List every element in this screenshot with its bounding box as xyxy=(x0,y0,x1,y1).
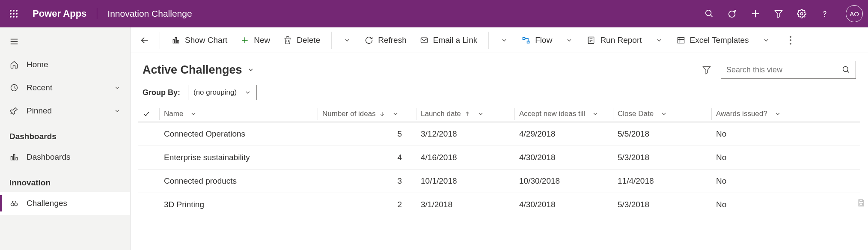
nav-pinned[interactable]: Pinned xyxy=(0,99,130,122)
cmd-flow[interactable]: Flow xyxy=(516,27,557,53)
col-accept-header[interactable]: Accept new ideas till xyxy=(519,110,609,118)
home-icon xyxy=(9,60,19,69)
cell-name: 3D Printing xyxy=(160,193,318,217)
nav-recent-label: Recent xyxy=(27,83,52,92)
col-close-header[interactable]: Close Date xyxy=(618,110,707,118)
brand-label[interactable]: Power Apps xyxy=(33,8,86,19)
excel-icon xyxy=(676,36,686,45)
svg-point-16 xyxy=(800,12,803,15)
cmd-flow-menu[interactable] xyxy=(560,27,579,53)
search-input[interactable] xyxy=(726,65,838,74)
svg-point-7 xyxy=(13,16,15,18)
cell-accept: 4/29/2018 xyxy=(515,122,613,146)
cmd-new[interactable]: New xyxy=(235,27,275,53)
target-icon[interactable] xyxy=(727,8,738,19)
svg-rect-24 xyxy=(16,158,17,160)
cmd-excel-templates[interactable]: Excel Templates xyxy=(671,27,754,53)
shell: Home Recent Pinned Dashboards Da xyxy=(0,27,868,250)
row-selector[interactable] xyxy=(138,170,160,193)
settings-icon[interactable] xyxy=(796,8,807,19)
clock-icon xyxy=(9,83,19,92)
cmd-run-report[interactable]: Run Report xyxy=(581,27,647,53)
cmd-delete-menu[interactable] xyxy=(338,27,357,53)
save-icon[interactable] xyxy=(857,199,865,207)
cmd-excel-templates-label: Excel Templates xyxy=(690,36,749,45)
nav-dashboards[interactable]: Dashboards xyxy=(0,146,130,169)
cell-name: Connected products xyxy=(160,170,318,193)
cmd-email-link[interactable]: Email a Link xyxy=(414,27,483,53)
appbar: Power Apps Innovation Challenge AO xyxy=(0,0,868,27)
cmd-show-chart[interactable]: Show Chart xyxy=(166,27,232,53)
col-launch-label: Launch date xyxy=(421,110,461,118)
cell-number: 4 xyxy=(318,146,416,170)
svg-rect-28 xyxy=(173,39,174,43)
dashboard-icon xyxy=(9,153,19,161)
help-icon[interactable] xyxy=(819,8,830,19)
svg-line-48 xyxy=(847,71,849,73)
svg-point-17 xyxy=(824,16,825,17)
trash-icon xyxy=(283,36,292,45)
col-awards-label: Awards issued? xyxy=(716,110,767,118)
cmd-show-chart-label: Show Chart xyxy=(185,36,227,45)
cmd-overflow[interactable] xyxy=(782,36,799,45)
col-accept-label: Accept new ideas till xyxy=(519,110,585,118)
svg-point-26 xyxy=(15,203,18,206)
nav-hamburger[interactable] xyxy=(0,30,130,53)
nav-home[interactable]: Home xyxy=(0,53,130,76)
nav-recent[interactable]: Recent xyxy=(0,76,130,99)
pin-icon xyxy=(9,107,19,115)
cell-close: 5/3/2018 xyxy=(613,146,712,170)
search-icon xyxy=(842,65,850,74)
svg-rect-23 xyxy=(13,154,15,160)
filter-icon[interactable] xyxy=(773,8,784,19)
svg-point-2 xyxy=(16,10,18,12)
col-awards-header[interactable]: Awards issued? xyxy=(716,110,806,118)
nav-challenges[interactable]: Challenges xyxy=(0,192,130,215)
row-selector[interactable] xyxy=(138,193,160,217)
cmd-delete[interactable]: Delete xyxy=(278,27,325,53)
cmd-run-report-menu[interactable] xyxy=(650,27,669,53)
cell-awards: No xyxy=(712,170,810,193)
row-selector[interactable] xyxy=(138,122,160,146)
cmd-new-label: New xyxy=(254,36,270,45)
col-name-header[interactable]: Name xyxy=(164,110,314,118)
col-launch-header[interactable]: Launch date xyxy=(421,110,511,118)
sort-desc-icon xyxy=(379,111,385,117)
filter-button[interactable] xyxy=(693,65,721,74)
cmd-refresh[interactable]: Refresh xyxy=(359,27,412,53)
col-number-header[interactable]: Number of ideas xyxy=(322,110,412,118)
svg-rect-51 xyxy=(860,200,863,202)
search-icon[interactable] xyxy=(704,8,715,19)
chevron-down-icon xyxy=(114,84,121,91)
group-by-label: Group By: xyxy=(143,88,180,97)
add-icon[interactable] xyxy=(750,8,761,19)
separator xyxy=(488,32,489,49)
table-row[interactable]: 3D Printing23/1/20184/30/20185/3/2018No xyxy=(138,193,860,217)
col-name-label: Name xyxy=(164,110,183,118)
group-by-select[interactable]: (no grouping) xyxy=(188,85,257,100)
table-row[interactable]: Connected products310/1/201810/30/201811… xyxy=(138,170,860,193)
hamburger-icon xyxy=(9,37,19,46)
svg-point-0 xyxy=(10,10,12,12)
appbar-separator xyxy=(97,8,97,19)
search-this-view[interactable] xyxy=(721,61,856,79)
col-select-all[interactable] xyxy=(138,106,160,122)
back-button[interactable] xyxy=(136,27,154,53)
data-grid: Name Number of ideas xyxy=(131,103,868,216)
cmd-excel-menu[interactable] xyxy=(757,27,776,53)
cmd-email-menu[interactable] xyxy=(495,27,514,53)
flow-icon xyxy=(521,36,531,45)
cell-awards: No xyxy=(712,122,810,146)
table-row[interactable]: Connected Operations53/12/20184/29/20185… xyxy=(138,122,860,146)
table-row[interactable]: Enterprise sustainability44/16/20184/30/… xyxy=(138,146,860,170)
cell-name: Connected Operations xyxy=(160,122,318,146)
app-launcher-icon[interactable] xyxy=(5,5,22,22)
row-selector[interactable] xyxy=(138,146,160,170)
user-avatar[interactable]: AO xyxy=(846,5,863,22)
chart-icon xyxy=(171,36,181,45)
cmd-email-link-label: Email a Link xyxy=(433,36,478,45)
cell-number: 3 xyxy=(318,170,416,193)
view-selector[interactable]: Active Challenges xyxy=(143,63,254,77)
cell-launch: 4/16/2018 xyxy=(416,146,515,170)
app-title: Innovation Challenge xyxy=(107,9,704,19)
